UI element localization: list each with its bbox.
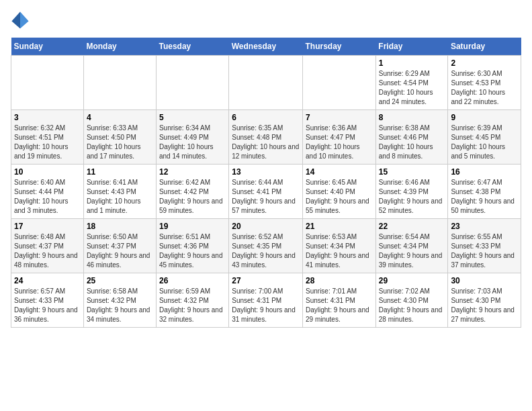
- day-number: 15: [379, 167, 445, 177]
- day-number: 21: [306, 222, 373, 231]
- day-info: Sunrise: 6:39 AM Sunset: 4:45 PM Dayligh…: [451, 124, 518, 161]
- calendar-cell: [83, 56, 156, 110]
- day-number: 2: [451, 58, 518, 68]
- day-number: 12: [159, 167, 226, 177]
- day-info: Sunrise: 6:58 AM Sunset: 4:32 PM Dayligh…: [87, 287, 153, 324]
- calendar-cell: 11Sunrise: 6:41 AM Sunset: 4:43 PM Dayli…: [83, 165, 156, 219]
- calendar-cell: 25Sunrise: 6:58 AM Sunset: 4:32 PM Dayli…: [83, 273, 156, 328]
- calendar-cell: 28Sunrise: 7:01 AM Sunset: 4:31 PM Dayli…: [303, 273, 376, 328]
- day-info: Sunrise: 6:54 AM Sunset: 4:34 PM Dayligh…: [379, 232, 445, 270]
- day-number: 6: [232, 113, 300, 122]
- day-number: 14: [306, 167, 373, 177]
- day-info: Sunrise: 7:03 AM Sunset: 4:30 PM Dayligh…: [451, 287, 518, 324]
- day-number: 18: [87, 222, 153, 231]
- day-number: 7: [306, 113, 373, 122]
- calendar-cell: 24Sunrise: 6:57 AM Sunset: 4:33 PM Dayli…: [11, 273, 84, 328]
- calendar-cell: 29Sunrise: 7:02 AM Sunset: 4:30 PM Dayli…: [375, 273, 448, 328]
- day-info: Sunrise: 6:30 AM Sunset: 4:53 PM Dayligh…: [451, 69, 518, 107]
- day-info: Sunrise: 6:50 AM Sunset: 4:37 PM Dayligh…: [87, 232, 153, 270]
- calendar-cell: 19Sunrise: 6:51 AM Sunset: 4:36 PM Dayli…: [156, 219, 228, 273]
- day-number: 17: [14, 222, 81, 231]
- day-number: 1: [379, 58, 445, 68]
- calendar-cell: [303, 56, 376, 110]
- calendar-cell: 2Sunrise: 6:30 AM Sunset: 4:53 PM Daylig…: [448, 56, 521, 110]
- day-header-monday: Monday: [83, 38, 156, 56]
- day-info: Sunrise: 6:44 AM Sunset: 4:41 PM Dayligh…: [232, 178, 300, 216]
- day-info: Sunrise: 6:57 AM Sunset: 4:33 PM Dayligh…: [14, 287, 81, 324]
- calendar-table: SundayMondayTuesdayWednesdayThursdayFrid…: [11, 38, 521, 328]
- day-info: Sunrise: 6:42 AM Sunset: 4:42 PM Dayligh…: [159, 178, 226, 216]
- calendar-cell: 14Sunrise: 6:45 AM Sunset: 4:40 PM Dayli…: [303, 165, 376, 219]
- day-number: 23: [451, 222, 518, 231]
- calendar-cell: 22Sunrise: 6:54 AM Sunset: 4:34 PM Dayli…: [375, 219, 448, 273]
- calendar-cell: 8Sunrise: 6:38 AM Sunset: 4:46 PM Daylig…: [375, 110, 448, 165]
- day-info: Sunrise: 6:33 AM Sunset: 4:50 PM Dayligh…: [87, 124, 153, 161]
- day-info: Sunrise: 6:51 AM Sunset: 4:36 PM Dayligh…: [159, 232, 226, 270]
- day-info: Sunrise: 6:48 AM Sunset: 4:37 PM Dayligh…: [14, 232, 81, 270]
- day-number: 19: [159, 222, 226, 231]
- calendar-cell: 20Sunrise: 6:52 AM Sunset: 4:35 PM Dayli…: [229, 219, 303, 273]
- day-number: 26: [159, 276, 226, 285]
- day-number: 25: [87, 276, 153, 285]
- day-info: Sunrise: 6:47 AM Sunset: 4:38 PM Dayligh…: [451, 178, 518, 216]
- day-info: Sunrise: 6:53 AM Sunset: 4:34 PM Dayligh…: [306, 232, 373, 270]
- day-number: 5: [159, 113, 226, 122]
- day-header-tuesday: Tuesday: [156, 38, 228, 56]
- day-number: 16: [451, 167, 518, 177]
- day-number: 9: [451, 113, 518, 122]
- day-number: 29: [379, 276, 445, 285]
- calendar-cell: 5Sunrise: 6:34 AM Sunset: 4:49 PM Daylig…: [156, 110, 228, 165]
- calendar-week-row: 17Sunrise: 6:48 AM Sunset: 4:37 PM Dayli…: [11, 219, 521, 273]
- svg-marker-1: [20, 11, 29, 28]
- calendar-cell: 9Sunrise: 6:39 AM Sunset: 4:45 PM Daylig…: [448, 110, 521, 165]
- day-header-sunday: Sunday: [11, 38, 84, 56]
- calendar-week-row: 10Sunrise: 6:40 AM Sunset: 4:44 PM Dayli…: [11, 165, 521, 219]
- calendar-cell: 4Sunrise: 6:33 AM Sunset: 4:50 PM Daylig…: [83, 110, 156, 165]
- calendar-cell: [156, 56, 228, 110]
- day-number: 11: [87, 167, 153, 177]
- day-info: Sunrise: 6:38 AM Sunset: 4:46 PM Dayligh…: [379, 124, 445, 161]
- day-info: Sunrise: 6:46 AM Sunset: 4:39 PM Dayligh…: [379, 178, 445, 216]
- day-info: Sunrise: 7:02 AM Sunset: 4:30 PM Dayligh…: [379, 287, 445, 324]
- calendar-cell: [11, 56, 84, 110]
- day-number: 22: [379, 222, 445, 231]
- day-info: Sunrise: 6:55 AM Sunset: 4:33 PM Dayligh…: [451, 232, 518, 270]
- day-number: 8: [379, 113, 445, 122]
- logo-icon: [11, 11, 30, 30]
- day-number: 3: [14, 113, 81, 122]
- day-number: 20: [232, 222, 300, 231]
- calendar-week-row: 3Sunrise: 6:32 AM Sunset: 4:51 PM Daylig…: [11, 110, 521, 165]
- day-number: 28: [306, 276, 373, 285]
- calendar-week-row: 1Sunrise: 6:29 AM Sunset: 4:54 PM Daylig…: [11, 56, 521, 110]
- calendar-cell: 18Sunrise: 6:50 AM Sunset: 4:37 PM Dayli…: [83, 219, 156, 273]
- calendar-cell: 16Sunrise: 6:47 AM Sunset: 4:38 PM Dayli…: [448, 165, 521, 219]
- day-info: Sunrise: 6:40 AM Sunset: 4:44 PM Dayligh…: [14, 178, 81, 216]
- day-info: Sunrise: 6:34 AM Sunset: 4:49 PM Dayligh…: [159, 124, 226, 161]
- calendar-cell: 10Sunrise: 6:40 AM Sunset: 4:44 PM Dayli…: [11, 165, 84, 219]
- day-number: 27: [232, 276, 300, 285]
- calendar-cell: 23Sunrise: 6:55 AM Sunset: 4:33 PM Dayli…: [448, 219, 521, 273]
- day-info: Sunrise: 7:01 AM Sunset: 4:31 PM Dayligh…: [306, 287, 373, 324]
- day-info: Sunrise: 6:41 AM Sunset: 4:43 PM Dayligh…: [87, 178, 153, 216]
- day-number: 10: [14, 167, 81, 177]
- day-number: 24: [14, 276, 81, 285]
- page-header: [11, 11, 521, 30]
- day-header-saturday: Saturday: [448, 38, 521, 56]
- calendar-cell: 26Sunrise: 6:59 AM Sunset: 4:32 PM Dayli…: [156, 273, 228, 328]
- calendar-cell: 3Sunrise: 6:32 AM Sunset: 4:51 PM Daylig…: [11, 110, 84, 165]
- day-info: Sunrise: 6:45 AM Sunset: 4:40 PM Dayligh…: [306, 178, 373, 216]
- svg-marker-2: [11, 11, 20, 28]
- calendar-cell: [229, 56, 303, 110]
- calendar-cell: 12Sunrise: 6:42 AM Sunset: 4:42 PM Dayli…: [156, 165, 228, 219]
- day-info: Sunrise: 6:59 AM Sunset: 4:32 PM Dayligh…: [159, 287, 226, 324]
- calendar-cell: 17Sunrise: 6:48 AM Sunset: 4:37 PM Dayli…: [11, 219, 84, 273]
- day-header-friday: Friday: [375, 38, 448, 56]
- calendar-header-row: SundayMondayTuesdayWednesdayThursdayFrid…: [11, 38, 521, 56]
- calendar-week-row: 24Sunrise: 6:57 AM Sunset: 4:33 PM Dayli…: [11, 273, 521, 328]
- day-info: Sunrise: 6:52 AM Sunset: 4:35 PM Dayligh…: [232, 232, 300, 270]
- calendar-cell: 6Sunrise: 6:35 AM Sunset: 4:48 PM Daylig…: [229, 110, 303, 165]
- day-info: Sunrise: 6:36 AM Sunset: 4:47 PM Dayligh…: [306, 124, 373, 161]
- logo: [11, 11, 32, 30]
- calendar-cell: 7Sunrise: 6:36 AM Sunset: 4:47 PM Daylig…: [303, 110, 376, 165]
- day-info: Sunrise: 6:35 AM Sunset: 4:48 PM Dayligh…: [232, 124, 300, 161]
